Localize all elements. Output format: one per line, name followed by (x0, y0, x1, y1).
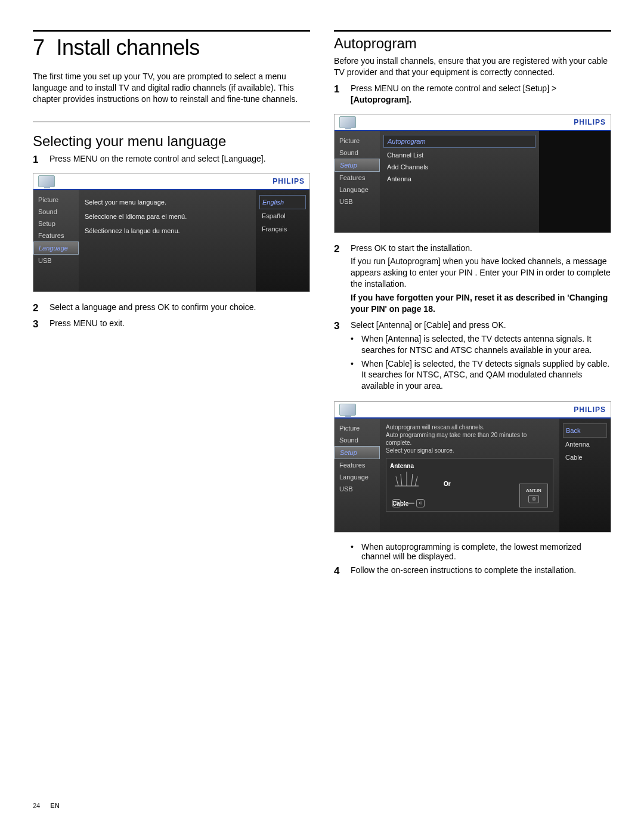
tv-right-panel: English Español Français (256, 190, 309, 292)
brand-logo: PHILIPS (574, 118, 606, 126)
chapter-title: 7Install channels (33, 35, 310, 60)
section-autoprogram: Autoprogram (334, 35, 611, 52)
tv-nav-selected: Language (33, 241, 79, 255)
tv-mid-panel: Autoprogram Channel List Add Channels An… (380, 131, 539, 233)
tv-icon (339, 404, 356, 416)
svg-line-4 (411, 474, 413, 486)
tv-nav-selected: Setup (335, 446, 380, 459)
signal-diagram: Antenna Or Cable ◎ ⊂ (386, 458, 553, 512)
tv-mid-panel: Select your menu language. Seleccione el… (79, 190, 256, 292)
step-number: 2 (33, 302, 44, 315)
tv-screenshot-signal-source: PHILIPS Picture Sound Setup Features Lan… (334, 401, 611, 532)
chapter-number: 7 (33, 35, 45, 60)
step-3-left: Press MENU to exit. (49, 318, 310, 332)
top-rule-left (33, 30, 310, 32)
tv-antin-icon: ANT.IN ◎ (519, 484, 548, 507)
brand-logo: PHILIPS (574, 405, 606, 414)
svg-line-5 (415, 476, 417, 486)
tv-icon (38, 175, 55, 187)
top-rule-right (334, 30, 611, 32)
tv-screenshot-language: PHILIPS Picture Sound Setup Features Lan… (33, 173, 310, 292)
step-2-left: Select a language and press OK to confir… (49, 302, 310, 315)
antenna-icon (395, 472, 419, 489)
step-3-right: Select [Antenna] or [Cable] and press OK… (351, 320, 611, 395)
step-1-right: Press MENU on the remote control and sel… (351, 83, 611, 108)
step-number: 4 (334, 565, 345, 578)
tv-right-panel: Back Antenna Cable (559, 419, 611, 532)
svg-line-2 (401, 474, 402, 486)
section-selecting-language: Selecting your menu language (33, 133, 310, 150)
antenna-label: Antenna (390, 462, 549, 470)
chapter-title-text: Install channels (57, 35, 200, 60)
section-rule-left (33, 122, 310, 122)
tv-nav: Picture Sound Setup Features Language US… (335, 131, 380, 233)
step-number: 3 (33, 318, 44, 332)
step-number: 3 (334, 320, 345, 395)
tv-nav: Picture Sound Setup Features Language US… (33, 190, 79, 292)
page-lang: EN (50, 802, 59, 809)
page-number: 24 (33, 802, 40, 809)
autoprogram-intro: Before you install channels, ensure that… (334, 55, 611, 78)
chapter-intro: The first time you set up your TV, you a… (33, 71, 310, 105)
tv-screenshot-autoprogram: PHILIPS Picture Sound Setup Features Lan… (334, 114, 611, 233)
or-label: Or (444, 480, 451, 488)
tv-right-panel (539, 131, 611, 233)
step-2-right: Press OK to start the installation. If y… (351, 243, 611, 317)
brand-logo: PHILIPS (273, 177, 305, 185)
autoprogram-complete-note: When autoprogramming is complete, the lo… (361, 542, 611, 561)
tv-nav: Picture Sound Setup Features Language US… (335, 419, 380, 532)
step-number: 1 (33, 153, 44, 167)
page-footer: 24 EN (33, 802, 60, 809)
step-4-right: Follow the on-screen instructions to com… (351, 565, 611, 578)
step-1-left: Press MENU on the remote control and sel… (49, 153, 310, 167)
svg-line-1 (396, 476, 398, 486)
step-number: 1 (334, 83, 345, 108)
tv-nav-selected: Setup (335, 159, 380, 172)
tv-icon (339, 116, 356, 128)
tv-mid-panel: Autoprogram will rescan all channels. Au… (380, 419, 559, 532)
step-number: 2 (334, 243, 345, 317)
